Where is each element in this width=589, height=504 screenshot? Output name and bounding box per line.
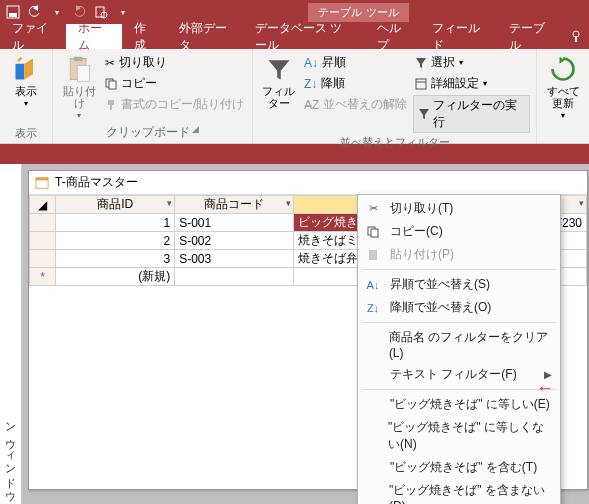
tab-table[interactable]: テーブル: [497, 24, 563, 49]
group-clipboard: 貼り付け ▾ ✂切り取り コピー 書式のコピー/貼り付け クリップボード◢: [53, 49, 253, 143]
brush-icon: [105, 99, 117, 111]
ctx-not-contains[interactable]: "ビッグ焼きそば" を含まない(D): [358, 479, 560, 504]
view-label: 表示: [15, 85, 37, 97]
ctx-contains[interactable]: "ビッグ焼きそば" を含む(T): [358, 456, 560, 479]
svg-rect-11: [108, 100, 114, 105]
tab-create[interactable]: 作成: [122, 24, 167, 49]
ctx-equals[interactable]: "ビッグ焼きそば" に等しい(E): [358, 393, 560, 416]
ctx-copy[interactable]: コピー(C): [358, 220, 560, 243]
advanced-icon: [415, 78, 427, 90]
funnel-icon: [418, 108, 430, 120]
dialog-launcher-icon[interactable]: ◢: [192, 124, 199, 141]
document-tab[interactable]: T-商品マスター: [29, 171, 587, 195]
chevron-down-icon: ▾: [24, 99, 28, 108]
refresh-label: すべて 更新: [547, 85, 580, 109]
sort-asc-icon: A↓: [304, 56, 318, 70]
group-records: すべて 更新 ▾: [537, 49, 589, 143]
tab-help[interactable]: ヘルプ: [365, 24, 421, 49]
sort-asc-button[interactable]: A↓昇順: [302, 53, 409, 72]
navigation-pane[interactable]: ン ウィンドウ: [0, 164, 22, 504]
svg-rect-10: [109, 81, 116, 89]
row-selector[interactable]: [30, 232, 56, 250]
tab-file[interactable]: ファイル: [0, 24, 66, 49]
scissors-icon: ✂: [364, 201, 382, 217]
datasheet-window: T-商品マスター ◢ 商品ID▾ 商品コード▾ 商品名▼▾ 単価▾ 1 S-00…: [28, 170, 588, 490]
svg-rect-1: [9, 13, 17, 17]
tab-fields[interactable]: フィールド: [420, 24, 497, 49]
advanced-button[interactable]: 詳細設定▾: [413, 74, 530, 93]
ribbon: 表示 ▾ 表示 貼り付け ▾ ✂切り取り コピー 書式のコピー/貼り付け クリッ…: [0, 49, 589, 144]
refresh-all-button[interactable]: すべて 更新 ▾: [543, 53, 583, 120]
ribbon-tabs: ファイル ホーム 作成 外部データ データベース ツール ヘルプ フィールド テ…: [0, 24, 589, 49]
ctx-not-equals[interactable]: "ビッグ焼きそば" に等しくない(N): [358, 416, 560, 456]
document-title: T-商品マスター: [55, 174, 138, 191]
clear-sort-button: A̶Z並べ替えの解除: [302, 95, 409, 114]
col-code[interactable]: 商品コード▾: [175, 196, 294, 214]
selection-icon: [415, 57, 427, 69]
svg-rect-19: [369, 250, 377, 260]
ctx-sort-asc[interactable]: A↓昇順で並べ替え(S): [358, 273, 560, 296]
tab-external-data[interactable]: 外部データ: [167, 24, 244, 49]
sort-asc-icon: A↓: [364, 277, 382, 293]
new-row-selector[interactable]: *: [30, 268, 56, 286]
row-selector[interactable]: [30, 250, 56, 268]
sort-desc-icon: Z↓: [304, 77, 317, 91]
chevron-down-icon: ▾: [286, 198, 291, 208]
selection-button[interactable]: 選択▾: [413, 53, 530, 72]
select-all-cell[interactable]: ◢: [30, 196, 56, 214]
ctx-cut[interactable]: ✂切り取り(T): [358, 197, 560, 220]
chevron-down-icon: ▾: [77, 111, 81, 120]
chevron-down-icon: ▾: [167, 198, 172, 208]
copy-icon: [364, 224, 382, 240]
qat-customize-icon[interactable]: ▾: [114, 3, 132, 21]
callout-arrow: ←: [536, 378, 554, 399]
clear-sort-icon: A̶Z: [304, 98, 319, 112]
svg-rect-18: [371, 229, 378, 237]
svg-rect-8: [77, 66, 89, 82]
undo-dropdown-icon[interactable]: ▾: [48, 3, 66, 21]
chevron-down-icon: ▾: [579, 198, 584, 208]
svg-rect-13: [416, 79, 426, 89]
quick-access-toolbar: ▾ ▾: [4, 3, 132, 21]
ctx-sort-desc[interactable]: Z↓降順で並べ替え(O): [358, 296, 560, 319]
print-preview-icon[interactable]: [92, 3, 110, 21]
filter-button[interactable]: フィルター: [259, 53, 298, 109]
copy-button[interactable]: コピー: [103, 74, 246, 93]
cut-button[interactable]: ✂切り取り: [103, 53, 246, 72]
svg-rect-12: [110, 105, 112, 110]
svg-point-4: [573, 31, 579, 37]
view-button[interactable]: 表示 ▾: [6, 53, 46, 108]
group-label-view: 表示: [6, 124, 46, 141]
save-icon[interactable]: [4, 3, 22, 21]
copy-icon: [105, 78, 117, 90]
redo-icon[interactable]: [70, 3, 88, 21]
ctx-paste: 貼り付け(P): [358, 243, 560, 266]
group-label-sort-filter: 並べ替えとフィルター: [259, 133, 530, 150]
tab-home[interactable]: ホーム: [66, 24, 122, 49]
svg-rect-16: [36, 177, 48, 180]
tab-database-tools[interactable]: データベース ツール: [243, 24, 365, 49]
paste-icon: [364, 247, 382, 263]
toggle-filter-button[interactable]: フィルターの実行: [413, 95, 530, 133]
paste-label: 貼り付け: [59, 85, 99, 109]
workspace: ン ウィンドウ T-商品マスター ◢ 商品ID▾ 商品コード▾ 商品名▼▾ 単価…: [0, 164, 589, 504]
paste-button[interactable]: 貼り付け ▾: [59, 53, 99, 120]
group-sort-filter: フィルター A↓昇順 Z↓降順 A̶Z並べ替えの解除 選択▾ 詳細設定▾ フィル…: [253, 49, 537, 143]
ctx-text-filters[interactable]: テキスト フィルター(F)▶: [358, 363, 560, 386]
scissors-icon: ✂: [105, 56, 115, 70]
group-label-clipboard: クリップボード: [106, 124, 190, 141]
table-icon: [35, 176, 49, 190]
filter-label: フィルター: [259, 85, 298, 109]
chevron-down-icon: ▾: [561, 111, 565, 120]
svg-rect-7: [74, 57, 83, 61]
tell-me-icon[interactable]: [563, 24, 589, 49]
group-view: 表示 ▾ 表示: [0, 49, 53, 143]
svg-rect-5: [575, 37, 577, 42]
sort-desc-button[interactable]: Z↓降順: [302, 74, 409, 93]
ctx-clear-filter[interactable]: 商品名 のフィルターをクリア(L): [358, 326, 560, 363]
undo-icon[interactable]: [26, 3, 44, 21]
context-menu: ✂切り取り(T) コピー(C) 貼り付け(P) A↓昇順で並べ替え(S) Z↓降…: [357, 194, 561, 504]
col-id[interactable]: 商品ID▾: [56, 196, 175, 214]
row-selector[interactable]: [30, 214, 56, 232]
sort-desc-icon: Z↓: [364, 300, 382, 316]
